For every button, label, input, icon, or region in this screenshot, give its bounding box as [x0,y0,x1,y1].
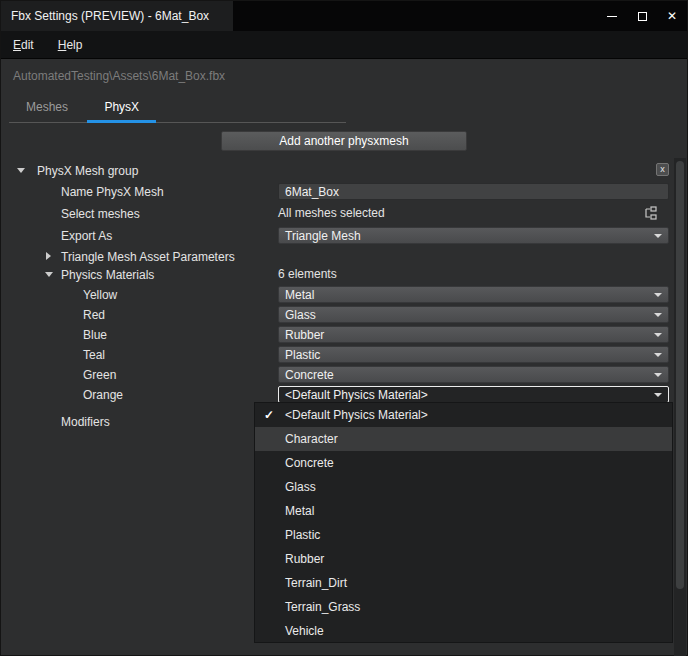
mesh-name-input[interactable] [278,183,669,200]
material-row-yellow: Yellow Metal [1,285,687,305]
dropdown-item-label: <Default Physics Material> [285,408,428,422]
material-combobox-orange[interactable]: <Default Physics Material> [278,386,669,403]
vertical-scrollbar[interactable] [674,158,686,656]
dropdown-item-plastic[interactable]: Plastic [255,523,672,547]
dropdown-item-terrain-dirt[interactable]: Terrain_Dirt [255,571,672,595]
toolbar: Add another physxmesh [1,123,687,159]
export-as-row: Export As Triangle Mesh [1,226,687,246]
menu-help[interactable]: Help [46,31,95,58]
material-row-teal: Teal Plastic [1,345,687,365]
dropdown-item-character[interactable]: Character [255,427,672,451]
select-meshes-row: Select meshes All meshes selected [1,204,687,224]
material-row-green: Green Concrete [1,365,687,385]
chevron-down-icon [654,333,662,337]
dropdown-item-label: Concrete [285,456,334,470]
collapse-arrow-icon[interactable] [17,168,25,173]
chevron-down-icon [654,373,662,377]
expand-arrow-icon[interactable] [46,252,51,260]
minimize-icon [607,16,617,17]
dropdown-item-concrete[interactable]: Concrete [255,451,672,475]
checkmark-icon: ✓ [264,403,274,427]
window-title: Fbx Settings (PREVIEW) - 6Mat_Box [1,1,233,31]
tab-meshes[interactable]: Meshes [26,91,68,121]
collapse-arrow-icon[interactable] [45,272,53,277]
name-row: Name PhysX Mesh [1,182,687,202]
material-label: Green [83,365,116,385]
material-label: Red [83,305,105,325]
triangle-params-label: Triangle Mesh Asset Parameters [61,247,235,267]
group-header-row: PhysX Mesh group x [1,161,687,181]
dropdown-item-terrain-grass[interactable]: Terrain_Grass [255,595,672,619]
dropdown-item-rubber[interactable]: Rubber [255,547,672,571]
maximize-button[interactable] [627,1,657,31]
material-dropdown-popup: ✓ <Default Physics Material> Character C… [254,402,673,643]
chevron-down-icon [654,353,662,357]
tab-bar: Meshes PhysX [1,91,687,123]
titlebar: Fbx Settings (PREVIEW) - 6Mat_Box ✕ [1,1,687,31]
name-label: Name PhysX Mesh [61,182,164,202]
material-combobox-red[interactable]: Glass [278,306,669,323]
dropdown-item-glass[interactable]: Glass [255,475,672,499]
modifiers-label: Modifiers [61,412,110,432]
scrollbar-thumb[interactable] [676,161,684,589]
dropdown-item-label: Terrain_Grass [285,600,360,614]
material-combobox-green[interactable]: Concrete [278,366,669,383]
remove-group-button[interactable]: x [656,163,669,176]
combobox-value: Metal [285,288,314,302]
chevron-down-icon [654,313,662,317]
material-combobox-blue[interactable]: Rubber [278,326,669,343]
active-tab-indicator [87,120,156,123]
close-icon: ✕ [667,10,677,22]
chevron-down-icon [654,393,662,397]
group-title: PhysX Mesh group [37,161,138,181]
dropdown-item-label: Plastic [285,528,320,542]
dropdown-item-metal[interactable]: Metal [255,499,672,523]
combobox-value: Glass [285,308,316,322]
material-row-blue: Blue Rubber [1,325,687,345]
tab-physx[interactable]: PhysX [104,91,139,121]
material-combobox-yellow[interactable]: Metal [278,286,669,303]
material-combobox-teal[interactable]: Plastic [278,346,669,363]
combobox-value: Plastic [285,348,320,362]
close-button[interactable]: ✕ [657,1,687,31]
combobox-value: Concrete [285,368,334,382]
dropdown-item-default[interactable]: ✓ <Default Physics Material> [255,403,672,427]
material-row-red: Red Glass [1,305,687,325]
material-label: Blue [83,325,107,345]
dropdown-item-label: Vehicle [285,624,324,638]
menubar: Edit Help [1,31,687,59]
export-as-label: Export As [61,226,112,246]
fbx-settings-window: Fbx Settings (PREVIEW) - 6Mat_Box ✕ Edit… [0,0,688,656]
triangle-params-row: Triangle Mesh Asset Parameters [1,247,687,267]
dropdown-item-vehicle[interactable]: Vehicle [255,619,672,643]
maximize-icon [638,12,647,21]
export-as-combobox[interactable]: Triangle Mesh [278,227,669,244]
dropdown-item-label: Character [285,432,338,446]
physics-materials-label: Physics Materials [61,265,154,285]
menu-edit[interactable]: Edit [1,31,46,58]
combobox-value: Triangle Mesh [285,229,361,243]
materials-count: 6 elements [278,267,337,281]
add-physxmesh-button[interactable]: Add another physxmesh [221,131,467,151]
file-path-label: AutomatedTesting\Assets\6Mat_Box.fbx [1,59,687,91]
minimize-button[interactable] [597,1,627,31]
select-meshes-label: Select meshes [61,204,140,224]
chevron-down-icon [654,234,662,238]
dropdown-item-label: Terrain_Dirt [285,576,347,590]
combobox-value: Rubber [285,328,324,342]
material-label: Yellow [83,285,117,305]
hierarchy-icon[interactable] [643,206,657,220]
material-label: Orange [83,385,123,405]
dropdown-item-label: Metal [285,504,314,518]
physics-materials-row: Physics Materials 6 elements [1,265,687,285]
combobox-value: <Default Physics Material> [285,388,428,402]
dropdown-item-label: Rubber [285,552,324,566]
meshes-selected-value: All meshes selected [278,206,385,220]
material-label: Teal [83,345,105,365]
dropdown-item-label: Glass [285,480,316,494]
chevron-down-icon [654,293,662,297]
window-controls: ✕ [597,1,687,31]
tab-underline [9,122,346,123]
